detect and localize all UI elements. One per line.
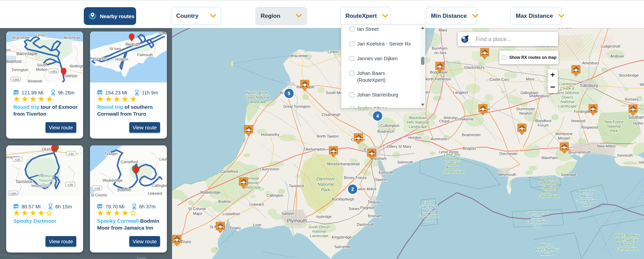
svg-text:Park: Park	[42, 183, 50, 187]
svg-text:A30: A30	[15, 158, 20, 161]
svg-text:Castle Cary: Castle Cary	[489, 77, 509, 81]
svg-text:Chase &: Chase &	[560, 86, 575, 90]
svg-text:New Milton: New Milton	[597, 144, 616, 148]
svg-text:Stockbridge: Stockbridge	[619, 73, 639, 77]
svg-text:Hills National: Hills National	[407, 120, 429, 124]
svg-text:Mere: Mere	[526, 77, 534, 81]
svg-text:Yarmouth: Yarmouth	[617, 153, 633, 157]
svg-text:Beaminster: Beaminster	[462, 133, 481, 137]
svg-text:Liskeard: Liskeard	[249, 202, 264, 206]
svg-text:Holsworthy: Holsworthy	[261, 132, 280, 137]
svg-text:Dartmoor: Dartmoor	[316, 176, 335, 181]
svg-text:Marine: Marine	[531, 215, 543, 219]
svg-text:Holston: Holston	[115, 57, 128, 61]
svg-text:Coast National: Coast National	[245, 95, 270, 99]
svg-text:St Columb: St Columb	[188, 207, 206, 211]
svg-text:Ringwood: Ringwood	[581, 125, 598, 129]
svg-text:South: South	[37, 63, 47, 67]
svg-text:Mare: Mare	[438, 28, 447, 32]
svg-text:Newton: Newton	[519, 111, 532, 115]
svg-text:Area of: Area of	[446, 165, 458, 169]
svg-text:Kingsbridge: Kingsbridge	[332, 235, 352, 239]
svg-text:South Devon: South Devon	[308, 225, 330, 229]
svg-text:Plymouth: Plymouth	[287, 218, 307, 223]
svg-text:on-Sea: on-Sea	[434, 51, 446, 55]
svg-text:Dawlish: Dawlish	[374, 178, 388, 182]
svg-text:Ilfracombe: Ilfracombe	[12, 36, 29, 40]
svg-text:Zone: Zone	[424, 218, 433, 222]
svg-text:St Au: St Au	[159, 31, 167, 35]
svg-text:Studland: Studland	[541, 176, 556, 180]
svg-text:iverton: iverton	[65, 74, 77, 78]
svg-text:Hythe: Hythe	[633, 121, 643, 125]
svg-text:Langport: Langport	[453, 90, 468, 94]
svg-text:Downs: Downs	[562, 95, 573, 99]
svg-text:Exmouth: Exmouth	[379, 170, 393, 174]
svg-text:Molton: Molton	[36, 67, 47, 72]
svg-text:Tavistock: Tavistock	[15, 179, 32, 184]
svg-text:Wadebridge: Wadebridge	[200, 190, 221, 194]
svg-text:Great Torrington: Great Torrington	[283, 104, 310, 108]
svg-text:Lyme Bay: Lyme Bay	[444, 152, 461, 156]
svg-text:Conservation: Conservation	[616, 247, 638, 251]
svg-text:Bodmin: Bodmin	[117, 187, 131, 192]
svg-text:National: National	[312, 229, 326, 233]
svg-text:Moretonhampstead: Moretonhampstead	[327, 162, 360, 166]
svg-text:Brixham: Brixham	[368, 214, 382, 218]
svg-text:Torquay: Torquay	[367, 200, 381, 204]
svg-text:A38: A38	[67, 183, 73, 186]
svg-text:to Portland: to Portland	[539, 181, 558, 185]
svg-text:Liskeard: Liskeard	[148, 191, 162, 195]
svg-text:Area of: Area of	[542, 190, 555, 194]
svg-text:South Dorset: South Dorset	[526, 211, 548, 215]
svg-text:Forum: Forum	[538, 123, 549, 127]
svg-text:Conservation: Conservation	[575, 198, 597, 203]
svg-text:National: National	[39, 178, 53, 182]
svg-text:Wight-Barfleur: Wight-Barfleur	[615, 233, 640, 237]
svg-text:Lynton: Lynton	[328, 50, 339, 54]
svg-text:Totnes: Totnes	[349, 207, 360, 211]
svg-text:Bridport: Bridport	[463, 146, 476, 151]
svg-text:Tintagel: Tintagel	[104, 152, 118, 156]
svg-text:Blandford: Blandford	[535, 119, 551, 123]
svg-text:Zone: Zone	[581, 203, 590, 207]
svg-text:KM: KM	[98, 91, 102, 94]
svg-text:Albert Field: Albert Field	[576, 190, 596, 194]
svg-text:Conservation: Conservation	[526, 220, 548, 224]
svg-text:West Wiltshire: West Wiltshire	[555, 91, 579, 95]
svg-text:Landscape: Landscape	[310, 234, 328, 238]
svg-text:St Columb: St Columb	[91, 193, 107, 196]
svg-text:Chard: Chard	[439, 119, 449, 123]
svg-text:Looe: Looe	[253, 223, 261, 227]
svg-text:Blackdown: Blackdown	[409, 116, 427, 120]
svg-text:KM: KM	[14, 91, 18, 94]
svg-text:Callington: Callington	[267, 193, 284, 197]
svg-text:Wellingto: Wellingto	[69, 64, 83, 68]
svg-text:National: National	[561, 100, 575, 104]
svg-text:North Petherton: North Petherton	[424, 77, 451, 81]
svg-text:Weymouth: Weymouth	[498, 172, 516, 177]
svg-text:Area of: Area of	[620, 242, 633, 246]
svg-text:ton: ton	[6, 48, 11, 52]
svg-text:A30: A30	[68, 152, 74, 156]
svg-text:Landscape: Landscape	[248, 100, 266, 104]
svg-text:National: National	[317, 182, 334, 187]
svg-text:Devizes: Devizes	[558, 28, 573, 29]
svg-text:Glastonbury: Glastonbury	[464, 65, 485, 69]
svg-text:5: 5	[288, 91, 290, 96]
svg-text:Salcombe: Salcombe	[334, 245, 351, 249]
svg-text:North Tawton: North Tawton	[317, 134, 339, 138]
svg-text:Cullompton: Cullompton	[380, 124, 399, 128]
svg-text:Marine: Marine	[541, 252, 552, 256]
svg-text:Wight-Barfleur: Wight-Barfleur	[535, 247, 559, 251]
svg-text:Callington: Callington	[152, 183, 167, 187]
svg-text:Bournemouth: Bournemouth	[568, 150, 591, 154]
svg-text:and Torbay: and Torbay	[443, 157, 462, 161]
svg-text:Okehampton: Okehampton	[304, 147, 326, 151]
svg-text:Honiton: Honiton	[408, 135, 421, 140]
svg-text:2: 2	[351, 186, 354, 192]
svg-text:Tavistock: Tavistock	[289, 184, 304, 188]
svg-text:Truro: Truro	[181, 239, 191, 244]
svg-text:Chulmleigh: Chulmleigh	[321, 113, 340, 117]
svg-text:Cranborne: Cranborne	[558, 82, 576, 86]
